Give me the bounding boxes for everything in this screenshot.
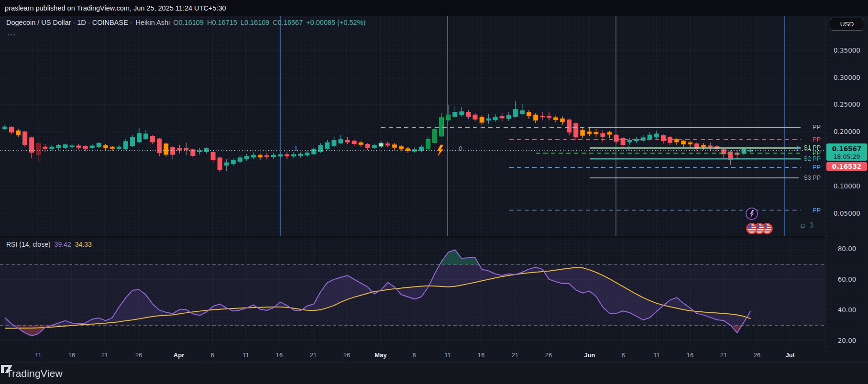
tradingview-wordmark: TradingView	[6, 368, 63, 379]
legend-more-button[interactable]: ...	[8, 29, 17, 37]
price-axis-label: 0.05000	[825, 209, 868, 217]
candle-body	[23, 132, 27, 144]
candle-body	[359, 143, 363, 145]
candle-body	[554, 118, 558, 120]
time-axis[interactable]: 11162126Apr611162126May611162126Jun61116…	[0, 348, 868, 362]
candle-body	[527, 112, 531, 116]
candle-body	[157, 139, 162, 153]
rsi-name[interactable]: RSI (14, close)	[6, 241, 51, 248]
candle-body	[171, 147, 175, 154]
time-axis-label: 11	[35, 351, 42, 359]
candle-body	[77, 146, 81, 147]
candle-body	[520, 110, 524, 114]
candle-body	[702, 145, 706, 147]
candle-body	[339, 139, 343, 143]
publish-info-text: praslearn published on TradingView.com, …	[5, 4, 226, 12]
candle-body	[144, 134, 148, 139]
time-axis-label: 6	[210, 351, 214, 359]
rsi-axis-label: 60.00	[825, 275, 868, 283]
candle-body	[439, 118, 444, 136]
candle-body	[648, 135, 652, 139]
price-axis[interactable]: USD 0.16567 18:05:29 0.16532 0.350000.30…	[825, 16, 868, 362]
price-chart-canvas[interactable]: PPPPS1 PPPPS2 PPPPS3 PPPP-1012☼☽	[0, 16, 825, 236]
candle-body	[506, 115, 511, 119]
time-axis-label: Apr	[174, 351, 184, 359]
candle-body	[473, 115, 477, 119]
pivot-label: PP	[813, 124, 821, 131]
candle-body	[352, 141, 356, 144]
candle-body	[681, 141, 686, 144]
rsi-axis-label: 40.00	[825, 306, 868, 314]
event-line-label: 1	[627, 145, 631, 153]
price-axis-label: 0.10000	[825, 182, 868, 190]
candle-body	[426, 139, 430, 149]
candle-body	[36, 143, 41, 154]
candle-body	[117, 147, 121, 148]
candle-body	[70, 146, 74, 147]
tradingview-logo[interactable]: TradingView	[6, 368, 63, 379]
price-chart-pane[interactable]: PPPPS1 PPPPS2 PPPPS3 PPPP-1012☼☽	[0, 16, 825, 236]
candle-body	[43, 147, 47, 148]
candle-body	[123, 142, 128, 149]
price-axis-label: 0.25000	[825, 100, 868, 108]
candle-body	[272, 155, 276, 156]
candle-body	[319, 145, 323, 152]
candle-body	[164, 143, 168, 154]
candle-body	[581, 130, 585, 135]
candle-body	[533, 115, 538, 120]
candle-body	[298, 154, 303, 155]
candle-body	[453, 112, 457, 117]
candle-body	[372, 145, 376, 148]
pivot-label: PP	[813, 207, 821, 214]
pivot-label: S2 PP	[804, 155, 821, 162]
candle-body	[218, 158, 222, 170]
symbol-title[interactable]: Dogecoin / US Dollar · 1D · COINBASE ·	[6, 19, 132, 26]
candle-body	[191, 150, 195, 155]
candle-body	[50, 147, 54, 148]
ohlc-item: H0.16715	[207, 19, 237, 26]
rsi-ma-value: 34.33	[75, 241, 92, 248]
candle-body	[627, 141, 632, 142]
candle-body	[305, 153, 309, 155]
candle-body	[137, 133, 142, 142]
candle-body	[63, 145, 67, 148]
event-line-label: 2	[796, 145, 800, 153]
candle-body	[10, 127, 14, 132]
candle-body	[244, 156, 249, 159]
candle-body	[184, 149, 188, 150]
candle-body	[90, 146, 94, 148]
chart-style-label[interactable]: Heikin Ashi	[136, 19, 170, 26]
last-price-badge: 0.16567 18:05:29	[826, 143, 867, 161]
candle-body	[460, 111, 464, 115]
currency-toggle-button[interactable]: USD	[830, 18, 864, 31]
candle-body	[708, 146, 713, 147]
pivot-label: PP	[813, 164, 821, 171]
pane-divider[interactable]	[0, 236, 825, 238]
candle-body	[688, 143, 692, 144]
last-price-value: 0.16567	[826, 144, 867, 153]
price-axis-label: 0.35000	[825, 46, 868, 54]
time-axis-label: 21	[310, 351, 317, 359]
time-axis-label: 6	[621, 351, 625, 359]
candle-body	[292, 154, 296, 156]
candle-body	[177, 149, 182, 150]
candle-body	[110, 147, 114, 148]
time-axis-label: 16	[276, 351, 283, 359]
ohlc-item: L0.16109	[241, 19, 270, 26]
time-axis-label: Jul	[786, 351, 795, 359]
tradingview-logo-icon	[0, 362, 13, 375]
candle-body	[661, 135, 665, 141]
rsi-indicator-pane[interactable]	[0, 238, 825, 347]
rsi-value: 39.42	[55, 241, 71, 248]
candle-body	[594, 132, 598, 134]
candle-body	[567, 120, 571, 132]
candle-body	[285, 154, 289, 156]
candle-body	[621, 138, 625, 145]
candle-body	[748, 150, 753, 151]
candle-body	[466, 112, 471, 117]
candle-body	[3, 127, 7, 129]
candle-body	[587, 132, 592, 134]
candle-body	[238, 158, 242, 162]
rsi-chart-canvas[interactable]	[0, 238, 825, 348]
candle-body	[198, 151, 202, 152]
